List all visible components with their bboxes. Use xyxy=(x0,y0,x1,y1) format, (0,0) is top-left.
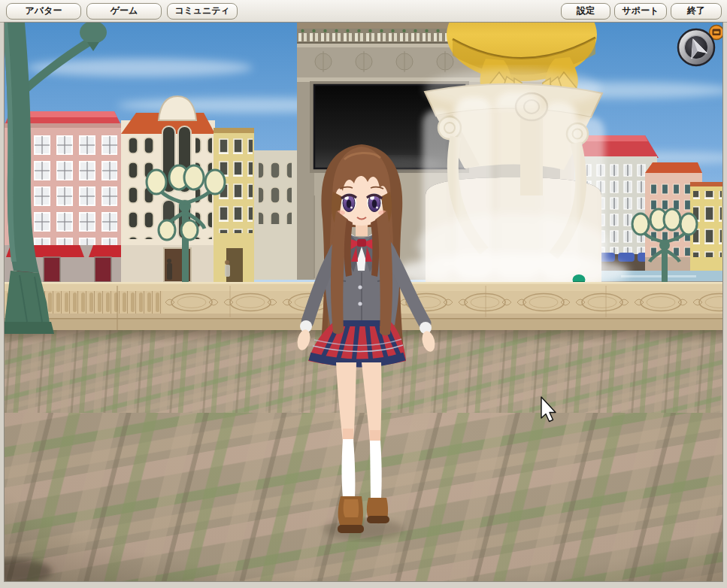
menu-button-game[interactable]: ゲーム xyxy=(86,3,162,20)
toolbar-left-group: アバター ゲーム コミュニティ xyxy=(6,3,238,20)
menu-button-exit[interactable]: 終了 xyxy=(671,3,722,20)
menu-button-support[interactable]: サポート xyxy=(614,3,667,20)
menu-toolbar: アバター ゲーム コミュニティ 設定 サポート 終了 xyxy=(0,0,727,23)
game-client-window: { "window": { "width_px": 967, "height_p… xyxy=(0,0,727,588)
menu-button-settings[interactable]: 設定 xyxy=(561,3,610,20)
menu-button-avatar[interactable]: アバター xyxy=(6,3,81,20)
toolbar-right-group: 設定 サポート 終了 xyxy=(561,3,722,20)
menu-button-community[interactable]: コミュニティ xyxy=(167,3,238,20)
game-viewport-3d[interactable] xyxy=(5,23,722,581)
